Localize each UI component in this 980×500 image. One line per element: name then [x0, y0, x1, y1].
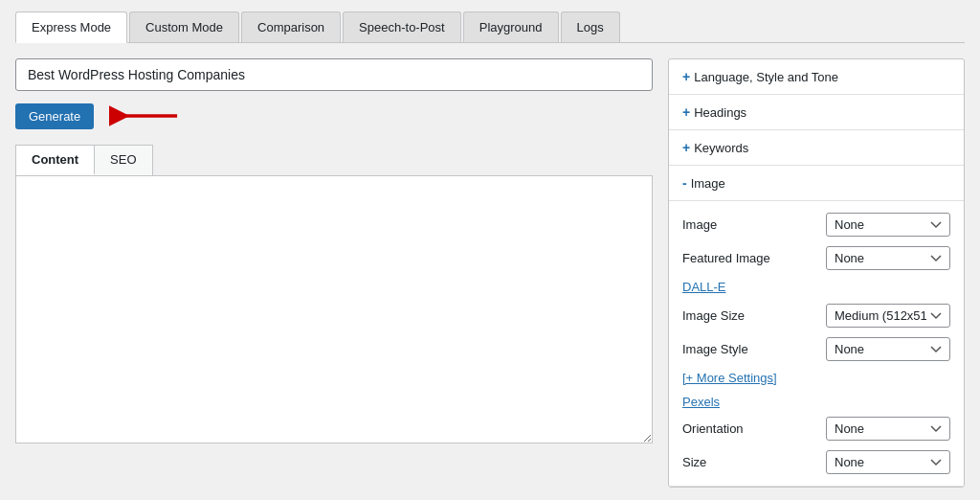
section-headings[interactable]: + Headings [669, 95, 964, 130]
section-keywords-label: Keywords [694, 141, 748, 155]
featured-image-select[interactable]: None Auto DALL-E Pexels [826, 246, 950, 270]
tab-playground[interactable]: Playground [463, 11, 559, 42]
section-image-label: Image [691, 176, 725, 191]
dalle-link[interactable]: DALL-E [682, 280, 950, 294]
field-row-featured-image: Featured Image None Auto DALL-E Pexels [682, 246, 950, 270]
section-language-prefix: + [682, 69, 690, 84]
arrow-container [109, 101, 186, 131]
image-size-select[interactable]: Small (256x256) Medium (512x512) Large (… [826, 304, 950, 328]
tab-seo[interactable]: SEO [95, 146, 151, 175]
content-textarea[interactable] [15, 175, 653, 443]
image-style-field-label: Image Style [682, 342, 826, 356]
section-keywords-prefix: + [682, 140, 690, 155]
left-panel: Generate Content SEO [15, 58, 653, 446]
section-keywords[interactable]: + Keywords [669, 130, 964, 166]
section-image[interactable]: - Image [669, 166, 964, 201]
section-image-prefix: - [682, 175, 687, 191]
image-select[interactable]: None Auto DALL-E Pexels [826, 213, 950, 237]
image-section-body: Image None Auto DALL-E Pexels Featured I… [669, 201, 964, 487]
main-layout: Generate Content SEO [15, 58, 965, 488]
field-row-image: Image None Auto DALL-E Pexels [682, 213, 950, 237]
size-select[interactable]: None Small Medium Large [826, 450, 950, 474]
generate-button[interactable]: Generate [15, 103, 94, 129]
field-row-image-style: Image Style None Vivid Natural [682, 337, 950, 361]
tabs-bar: Express Mode Custom Mode Comparison Spee… [15, 11, 965, 43]
size-field-label: Size [682, 455, 826, 469]
orientation-select[interactable]: None Landscape Portrait Square [826, 417, 950, 441]
image-style-select[interactable]: None Vivid Natural [826, 337, 950, 361]
more-settings-link[interactable]: [+ More Settings] [682, 371, 950, 385]
image-size-field-label: Image Size [682, 308, 826, 323]
field-row-size: Size None Small Medium Large [682, 450, 950, 474]
right-panel: + Language, Style and Tone + Headings + … [668, 58, 965, 488]
section-headings-label: Headings [694, 105, 746, 120]
tab-content[interactable]: Content [16, 146, 95, 175]
title-input[interactable] [15, 58, 653, 91]
orientation-field-label: Orientation [682, 421, 826, 436]
pexels-link[interactable]: Pexels [682, 395, 950, 409]
image-field-label: Image [682, 217, 826, 232]
tab-logs[interactable]: Logs [561, 11, 620, 42]
generate-row: Generate [15, 101, 653, 131]
content-tabs: Content SEO [15, 145, 153, 175]
tab-speech-to-post[interactable]: Speech-to-Post [343, 11, 461, 42]
featured-image-field-label: Featured Image [682, 251, 826, 265]
arrow-icon [109, 101, 186, 131]
tab-express-mode[interactable]: Express Mode [15, 11, 127, 43]
section-language-label: Language, Style and Tone [694, 70, 838, 84]
tab-comparison[interactable]: Comparison [241, 11, 341, 42]
page-wrapper: Express Mode Custom Mode Comparison Spee… [0, 0, 980, 500]
section-language-style-tone[interactable]: + Language, Style and Tone [669, 59, 964, 95]
field-row-orientation: Orientation None Landscape Portrait Squa… [682, 417, 950, 441]
tab-custom-mode[interactable]: Custom Mode [129, 11, 239, 42]
section-headings-prefix: + [682, 104, 690, 120]
field-row-image-size: Image Size Small (256x256) Medium (512x5… [682, 304, 950, 328]
